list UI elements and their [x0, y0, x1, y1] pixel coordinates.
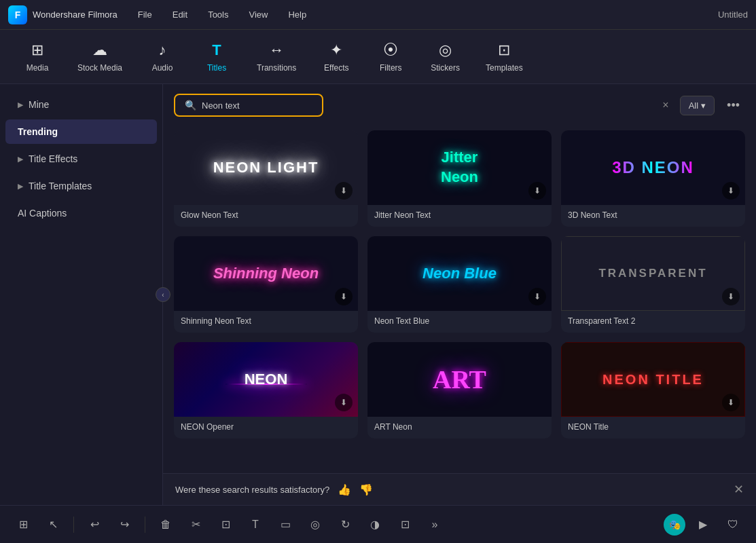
play-button[interactable]: ▶ — [691, 512, 715, 537]
titles-label: Titles — [207, 63, 226, 73]
sidebar-item-ai-captions[interactable]: AI Captions — [5, 201, 157, 225]
color-palette-button[interactable]: ◑ — [363, 512, 387, 537]
title-effects-chevron-icon: ▶ — [18, 155, 23, 164]
transform-button[interactable]: ▭ — [273, 512, 298, 537]
download-glow-neon-button[interactable]: ⬇ — [335, 182, 353, 200]
effects-icon: ✦ — [330, 41, 342, 59]
menu-view[interactable]: View — [245, 7, 272, 22]
toolbar-stock-media[interactable]: ☁ Stock Media — [68, 36, 132, 78]
toolbar-filters[interactable]: ⦿ Filters — [367, 36, 414, 78]
grid-item-3d-neon[interactable]: 3D NEON ⬇ 3D Neon Text — [561, 130, 745, 227]
thumb-neon-opener: NEON ⬇ — [174, 342, 358, 417]
menu-tools[interactable]: Tools — [204, 7, 232, 22]
thumb-art-text: ART — [433, 364, 486, 394]
app-logo: F Wondershare Filmora — [8, 5, 118, 24]
stickers-label: Stickers — [431, 63, 460, 73]
shield-button[interactable]: 🛡 — [721, 512, 745, 537]
undo-button[interactable]: ↩ — [82, 512, 107, 537]
grid-area: NEON LIGHT ⬇ Glow Neon Text JitterNeon ⬇… — [163, 124, 756, 473]
more-options-button[interactable]: ••• — [721, 96, 745, 115]
text-tool-button[interactable]: T — [243, 512, 268, 537]
grid-view-button[interactable]: ⊞ — [11, 512, 35, 537]
grid-item-transparent[interactable]: TRANSPARENT ⬇ Transparent Text 2 — [561, 236, 745, 333]
sidebar-item-title-templates[interactable]: ▶ Title Templates — [5, 174, 157, 198]
toolbar-templates[interactable]: ⊡ Templates — [476, 36, 533, 78]
toolbar-audio[interactable]: ♪ Audio — [139, 36, 186, 78]
thumb-shinning-neon: Shinning Neon ⬇ — [174, 236, 358, 311]
feedback-close-button[interactable]: ✕ — [734, 482, 744, 497]
thumb-art-neon: ART — [367, 342, 552, 417]
grid-item-jitter-neon[interactable]: JitterNeon ⬇ Jitter Neon Text — [367, 130, 552, 227]
search-clear-button[interactable]: × — [658, 99, 672, 111]
toolbar-titles[interactable]: T Titles — [193, 36, 240, 78]
title-templates-chevron-icon: ▶ — [18, 182, 23, 191]
media-label: Media — [26, 63, 49, 73]
grid-item-shinning-neon[interactable]: Shinning Neon ⬇ Shinning Neon Text — [174, 236, 358, 333]
neon-title-label: NEON Title — [561, 417, 745, 438]
feedback-text: Were these search results satisfactory? — [175, 485, 329, 495]
thumb-transparent: TRANSPARENT ⬇ — [561, 236, 745, 311]
download-neon-opener-button[interactable]: ⬇ — [335, 394, 353, 411]
transitions-label: Transitions — [257, 63, 296, 73]
sidebar-item-title-effects[interactable]: ▶ Title Effects — [5, 147, 157, 171]
main-toolbar: ⊞ Media ☁ Stock Media ♪ Audio T Titles ↔… — [0, 30, 756, 84]
media-icon: ⊞ — [31, 41, 43, 59]
window-title: Untitled — [718, 10, 748, 20]
sidebar-item-mine[interactable]: ▶ Mine — [5, 92, 157, 117]
toolbar-transitions[interactable]: ↔ Transitions — [247, 36, 306, 78]
more-tools-button[interactable]: » — [422, 512, 447, 537]
content-panel: 🔍 × All ▾ ••• NEON LIGHT ⬇ — [163, 84, 756, 505]
sidebar-collapse-button[interactable]: ‹ — [156, 287, 170, 302]
grid-item-glow-neon[interactable]: NEON LIGHT ⬇ Glow Neon Text — [174, 130, 358, 227]
effects-label: Effects — [324, 63, 348, 73]
cut-button[interactable]: ✂ — [183, 512, 208, 537]
sidebar-title-templates-label: Title Templates — [29, 181, 92, 191]
grid-item-neon-title[interactable]: NEON TITLE ⬇ NEON Title — [561, 342, 745, 438]
crop-button[interactable]: ⊡ — [213, 512, 238, 537]
menu-help[interactable]: Help — [284, 7, 310, 22]
thumb-neon-blue-bg: Neon Blue — [367, 236, 552, 311]
download-transparent-button[interactable]: ⬇ — [722, 288, 740, 305]
separator-1 — [73, 517, 74, 533]
thumb-neon-light-bg: NEON LIGHT — [174, 130, 358, 205]
filter-chevron-icon: ▾ — [701, 100, 706, 111]
search-bar-area: 🔍 × All ▾ ••• — [163, 84, 756, 124]
download-3d-neon-button[interactable]: ⬇ — [722, 182, 740, 200]
menu-file[interactable]: File — [134, 7, 156, 22]
thumb-3d-neon-bg: 3D NEON — [561, 130, 745, 205]
toolbar-effects[interactable]: ✦ Effects — [312, 36, 360, 78]
avatar-button[interactable]: 🎭 — [664, 514, 685, 536]
main-content: ▶ Mine Trending ▶ Title Effects ▶ Title … — [0, 84, 756, 505]
sidebar: ▶ Mine Trending ▶ Title Effects ▶ Title … — [0, 84, 163, 505]
grid-item-art-neon[interactable]: ART ART Neon — [367, 342, 552, 438]
export-button[interactable]: ⊡ — [393, 512, 417, 537]
templates-label: Templates — [486, 63, 523, 73]
transitions-icon: ↔ — [269, 41, 284, 59]
download-shinning-neon-button[interactable]: ⬇ — [335, 288, 353, 305]
mask-button[interactable]: ◎ — [303, 512, 327, 537]
sidebar-trending-label: Trending — [18, 126, 58, 137]
rotate-button[interactable]: ↻ — [333, 512, 357, 537]
grid-item-neon-blue[interactable]: Neon Blue ⬇ Neon Text Blue — [367, 236, 552, 333]
sidebar-title-effects-label: Title Effects — [29, 153, 77, 164]
grid-item-neon-opener[interactable]: NEON ⬇ NEON Opener — [174, 342, 358, 438]
search-input[interactable] — [202, 100, 312, 111]
sidebar-item-trending[interactable]: Trending — [5, 119, 157, 144]
sidebar-mine-label: Mine — [29, 99, 49, 110]
delete-button[interactable]: 🗑 — [154, 512, 178, 537]
download-jitter-neon-button[interactable]: ⬇ — [528, 182, 546, 200]
toolbar-stickers[interactable]: ◎ Stickers — [421, 36, 469, 78]
select-tool-button[interactable]: ↖ — [41, 512, 65, 537]
jitter-neon-label: Jitter Neon Text — [367, 205, 552, 227]
toolbar-media[interactable]: ⊞ Media — [14, 36, 61, 78]
thumbs-down-button[interactable]: 👎 — [359, 483, 373, 496]
search-icon: 🔍 — [185, 100, 196, 111]
thumb-jitter-neon-bg: JitterNeon — [367, 130, 552, 205]
download-neon-blue-button[interactable]: ⬇ — [528, 288, 546, 305]
menu-edit[interactable]: Edit — [168, 7, 192, 22]
filter-dropdown[interactable]: All ▾ — [680, 96, 715, 115]
download-neon-title-button[interactable]: ⬇ — [722, 394, 740, 411]
thumbs-up-button[interactable]: 👍 — [338, 483, 351, 496]
art-neon-label: ART Neon — [367, 417, 552, 438]
redo-button[interactable]: ↪ — [112, 512, 137, 537]
